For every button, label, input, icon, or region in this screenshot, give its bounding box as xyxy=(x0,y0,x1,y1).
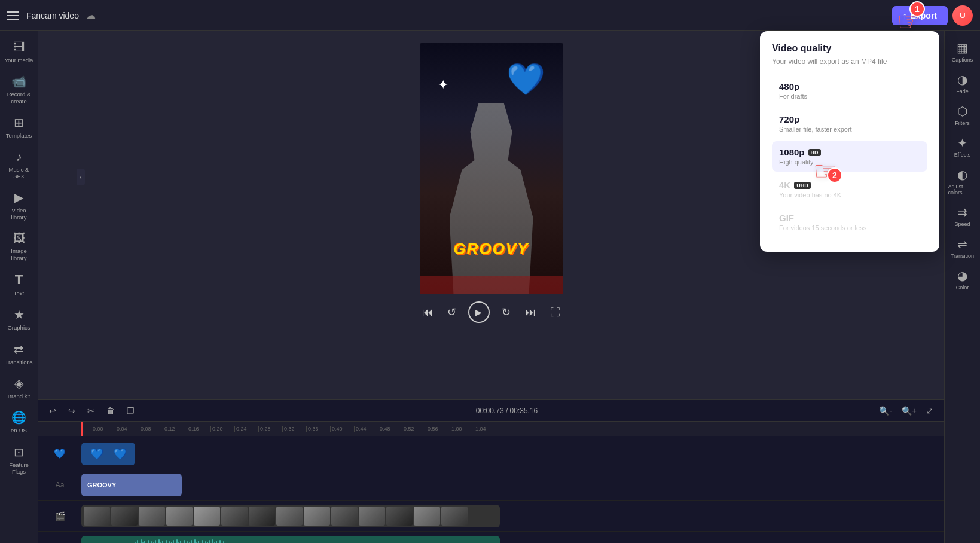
quality-720p-name: 720p xyxy=(779,114,920,124)
transition-icon: ⇌ xyxy=(957,237,967,251)
text-icon: T xyxy=(15,272,23,288)
video-inner: 💙 ✦ GROOVY xyxy=(420,43,563,294)
right-item-color[interactable]: ◕ Color xyxy=(946,264,979,294)
delete-button[interactable]: 🗑 xyxy=(103,404,118,418)
locale-icon: 🌐 xyxy=(11,410,26,425)
quality-4k-name: 4K UHD xyxy=(779,180,920,190)
ruler-mark: 0:20 xyxy=(210,426,234,432)
ruler-mark: 0:08 xyxy=(139,426,163,432)
quality-1080p-name: 1080p HD xyxy=(779,147,920,157)
playback-controls: ⏮ ↺ ▶ ↻ ⏭ ⛶ xyxy=(420,301,563,323)
sidebar-item-templates[interactable]: ⊞ Templates xyxy=(1,111,37,144)
zoom-out-button[interactable]: 🔍- xyxy=(875,404,896,418)
ruler-mark: 1:00 xyxy=(450,426,474,432)
quality-option-720p[interactable]: 720p Smaller file, faster export xyxy=(772,108,927,139)
popup-title: Video quality xyxy=(772,43,927,54)
color-icon: ◕ xyxy=(957,269,967,283)
track-content[interactable] xyxy=(81,501,944,531)
sidebar-item-your-media[interactable]: 🎞 Your media xyxy=(1,36,37,68)
avatar: U xyxy=(952,5,973,26)
sidebar-label-locale: en-US xyxy=(11,427,27,434)
heart-clip[interactable]: 💙 💙 xyxy=(81,443,135,465)
quality-option-1080p[interactable]: 1080p HD High quality xyxy=(772,141,927,172)
collapse-left-panel[interactable]: ‹ xyxy=(77,169,85,185)
sidebar-item-locale[interactable]: 🌐 en-US xyxy=(1,405,37,438)
video-text-overlay: GROOVY xyxy=(453,240,529,258)
ruler-mark: 1:04 xyxy=(474,426,497,432)
groovy-clip[interactable]: GROOVY xyxy=(81,474,182,496)
right-item-filters[interactable]: ⬡ Filters xyxy=(946,99,979,130)
track-label: Aa xyxy=(38,481,81,489)
redo-button[interactable]: ↪ xyxy=(65,404,79,418)
right-item-effects[interactable]: ✦ Effects xyxy=(946,131,979,161)
timeline-panel: ↩ ↪ ✂ 🗑 ❐ 00:00.73 / 00:35.16 🔍- 🔍+ ⤢ 0 xyxy=(38,399,944,543)
sidebar-label-text: Text xyxy=(14,290,24,297)
sidebar-item-video-library[interactable]: ▶ Video library xyxy=(1,185,37,225)
star-decoration: ✦ xyxy=(438,76,448,93)
track-content[interactable]: 💙 💙 xyxy=(81,438,944,469)
right-item-adjust[interactable]: ◐ Adjust colors xyxy=(946,163,979,199)
quality-option-4k[interactable]: 4K UHD Your video has no 4K xyxy=(772,174,927,205)
right-item-transition[interactable]: ⇌ Transition xyxy=(946,232,979,263)
ruler-mark: 0:28 xyxy=(258,426,282,432)
track-label: 🎬 xyxy=(38,511,81,521)
sidebar-label-record: Record & create xyxy=(4,91,35,105)
sidebar-item-text[interactable]: T Text xyxy=(1,267,37,301)
transition-label: Transition xyxy=(951,253,974,259)
video-clip[interactable] xyxy=(81,505,500,527)
ruler-mark: 0:32 xyxy=(282,426,306,432)
quality-option-480p[interactable]: 480p For drafts xyxy=(772,75,927,106)
right-item-captions[interactable]: ▦ Captions xyxy=(946,36,979,66)
captions-icon: ▦ xyxy=(957,41,968,55)
sidebar-item-graphics[interactable]: ★ Graphics xyxy=(1,303,37,335)
playback-time: 00:00.73 / 00:35.16 xyxy=(143,407,871,415)
menu-button[interactable] xyxy=(7,11,19,20)
play-button[interactable]: ▶ xyxy=(468,301,490,323)
skip-forward-button[interactable]: ⏭ xyxy=(523,304,538,321)
timeline-toolbar: ↩ ↪ ✂ 🗑 ❐ 00:00.73 / 00:35.16 🔍- 🔍+ ⤢ xyxy=(38,400,944,422)
sidebar-item-brand[interactable]: ◈ Brand kit xyxy=(1,371,37,404)
ruler-mark: 0:52 xyxy=(402,426,426,432)
ruler-mark: 0:44 xyxy=(354,426,378,432)
sidebar-label-feature-flags: Feature Flags xyxy=(4,462,35,475)
right-item-fade[interactable]: ◑ Fade xyxy=(946,68,979,98)
sidebar-item-transitions[interactable]: ⇄ Transitions xyxy=(1,337,37,370)
track-content[interactable]: GROOVY xyxy=(81,469,944,500)
cut-button[interactable]: ✂ xyxy=(84,404,98,418)
sidebar-label-video-library: Video library xyxy=(4,207,35,221)
graphics-icon: ★ xyxy=(14,307,25,322)
fit-timeline-button[interactable]: ⤢ xyxy=(923,404,937,418)
audio-clip[interactable]: Get going xyxy=(81,536,500,543)
cloud-icon: ☁ xyxy=(86,10,96,21)
zoom-in-button[interactable]: 🔍+ xyxy=(898,404,920,418)
sidebar-label-brand: Brand kit xyxy=(8,393,30,399)
export-button[interactable]: Export xyxy=(892,6,948,25)
video-preview: 💙 ✦ GROOVY xyxy=(420,43,563,294)
duplicate-button[interactable]: ❐ xyxy=(123,404,138,418)
sidebar-item-feature-flags[interactable]: ⊡ Feature Flags xyxy=(1,440,37,480)
replay-button[interactable]: ↺ xyxy=(445,303,459,321)
quality-480p-name: 480p xyxy=(779,81,920,91)
sidebar-item-record[interactable]: 📹 Record & create xyxy=(1,69,37,109)
forward-button[interactable]: ↻ xyxy=(499,303,513,321)
captions-label: Captions xyxy=(952,57,973,63)
undo-button[interactable]: ↩ xyxy=(45,404,60,418)
right-item-speed[interactable]: ⇉ Speed xyxy=(946,200,979,231)
heart-sticker: 💙 xyxy=(506,61,545,97)
track-content[interactable]: Get going xyxy=(81,532,944,543)
media-icon: 🎞 xyxy=(13,41,25,54)
timeline-ruler: 0:00 0:04 0:08 0:12 0:16 0:20 0:24 0:28 … xyxy=(38,422,944,436)
bottom-strip xyxy=(420,276,563,294)
left-sidebar: 🎞 Your media 📹 Record & create ⊞ Templat… xyxy=(0,31,38,543)
quality-4k-desc: Your video has no 4K xyxy=(779,191,920,199)
fullscreen-button[interactable]: ⛶ xyxy=(548,304,563,321)
zoom-controls: 🔍- 🔍+ ⤢ xyxy=(875,404,937,418)
quality-option-gif[interactable]: GIF For videos 15 seconds or less xyxy=(772,207,927,237)
sidebar-item-music[interactable]: ♪ Music & SFX xyxy=(1,145,37,185)
sidebar-item-image-library[interactable]: 🖼 Image library xyxy=(1,227,37,266)
sidebar-label-transitions: Transitions xyxy=(5,359,32,365)
adjust-icon: ◐ xyxy=(957,167,967,182)
skip-back-button[interactable]: ⏮ xyxy=(420,304,435,321)
quality-gif-name: GIF xyxy=(779,213,920,223)
quality-720p-desc: Smaller file, faster export xyxy=(779,126,920,133)
